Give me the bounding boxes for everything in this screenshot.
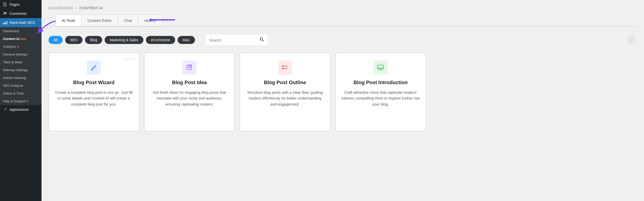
card-blog-post-wizard[interactable]: ○-○-○ Blog Post Wizard Create a complete… (49, 53, 139, 131)
svg-rect-3 (4, 22, 5, 24)
card-blog-post-introduction[interactable]: Blog Post Introduction Craft attractive … (335, 53, 426, 131)
sidebar-sub-analytics[interactable]: Analytics (0, 43, 42, 51)
tab-chat[interactable]: Chat (118, 15, 138, 26)
search-box[interactable] (205, 34, 268, 46)
sidebar-sub-sitemap[interactable]: Sitemap Settings (0, 66, 42, 74)
category-chips: All SEO Blog Marketing & Sales eCommerce… (49, 36, 195, 44)
card-title: Blog Post Introduction (341, 80, 420, 85)
card-blog-post-outline[interactable]: Blog Post Outline Structure blog posts w… (240, 53, 330, 131)
pencil-icon (87, 61, 101, 75)
sidebar-sub-content-ai[interactable]: Content AINew! (0, 35, 42, 43)
comment-icon (3, 11, 8, 16)
sidebar-sub-help-support[interactable]: Help & Support⧉ (0, 97, 42, 105)
sidebar-sub-titles-meta[interactable]: Titles & Meta (0, 58, 42, 66)
card-desc: Structure blog posts with a clear flow, … (246, 89, 325, 107)
filters-row: All SEO Blog Marketing & Sales eCommerce… (42, 27, 644, 51)
sidebar-submenu: Dashboard Content AINew! Analytics Gener… (0, 27, 42, 105)
tab-content-editor[interactable]: Content Editor (82, 15, 118, 26)
chip-marketing[interactable]: Marketing & Sales (105, 36, 143, 44)
sidebar-sub-dashboard[interactable]: Dashboard (0, 27, 42, 35)
brush-icon (3, 107, 8, 112)
sidebar-item-rank-math[interactable]: Rank Math SEO (0, 18, 42, 27)
sidebar-item-label: Rank Math SEO (10, 21, 35, 25)
chart-icon (3, 20, 8, 25)
sidebar-item-label: Appearance (10, 108, 29, 112)
sidebar-sub-general-settings[interactable]: General Settings (0, 51, 42, 58)
sidebar-sub-seo-analyzer[interactable]: SEO Analyzer (0, 82, 42, 89)
card-title: Blog Post Outline (246, 80, 325, 85)
search-input[interactable] (209, 38, 248, 42)
new-badge: New! (20, 38, 26, 40)
chip-misc[interactable]: Misc (178, 36, 195, 44)
sidebar-item-pages[interactable]: Pages (0, 0, 42, 9)
monitor-icon (374, 61, 388, 75)
keyboard-hint: / (629, 37, 634, 43)
page-icon (3, 2, 8, 7)
svg-line-8 (262, 40, 264, 41)
tab-bar: AI Tools Content Editor Chat History (56, 15, 162, 26)
sidebar-item-comments[interactable]: Comments (0, 9, 42, 18)
svg-point-7 (260, 38, 263, 40)
annotation-arrow-icon (150, 19, 175, 21)
chip-blog[interactable]: Blog (85, 36, 102, 44)
svg-rect-4 (5, 22, 6, 24)
card-desc: Craft attractive intros that captivate r… (341, 89, 420, 107)
sidebar-item-appearance[interactable]: Appearance (0, 105, 42, 114)
chip-all[interactable]: All (49, 36, 63, 44)
tool-cards: ○-○-○ Blog Post Wizard Create a complete… (42, 51, 644, 133)
svg-rect-10 (283, 66, 284, 67)
tab-ai-tools[interactable]: AI Tools (56, 15, 82, 26)
breadcrumb-current: CONTENT AI (79, 6, 103, 10)
svg-rect-12 (283, 68, 284, 69)
svg-rect-5 (7, 21, 7, 24)
breadcrumb: DASHBOARD / CONTENT AI (42, 0, 644, 15)
main-content: DASHBOARD / CONTENT AI AI Tools Content … (42, 0, 644, 201)
card-title: Blog Post Idea (150, 80, 229, 85)
card-title: Blog Post Wizard (54, 80, 133, 85)
sidebar-item-label: Comments (10, 12, 27, 16)
svg-rect-14 (378, 65, 384, 69)
list-icon (278, 61, 292, 75)
search-icon (260, 37, 264, 43)
sidebar-sub-status-tools[interactable]: Status & Tools (0, 89, 42, 97)
chip-seo[interactable]: SEO (65, 36, 83, 44)
breadcrumb-sep: / (76, 6, 77, 10)
card-desc: Create a complete blog post in one go. J… (54, 89, 133, 107)
sidebar-sub-instant-indexing[interactable]: Instant Indexing (0, 74, 42, 82)
svg-rect-2 (3, 23, 4, 24)
external-link-icon: ⧉ (26, 100, 28, 103)
notification-dot-icon (17, 46, 19, 48)
sidebar-item-label: Pages (10, 3, 20, 7)
card-desc: Get fresh ideas for engaging blog posts … (150, 89, 229, 107)
chip-ecommerce[interactable]: eCommerce (146, 36, 175, 44)
breadcrumb-root[interactable]: DASHBOARD (49, 6, 73, 10)
card-blog-post-idea[interactable]: Blog Post Idea Get fresh ideas for engag… (144, 53, 235, 131)
wizard-steps-icon: ○-○-○ (124, 57, 134, 61)
admin-sidebar: Pages Comments Rank Math SEO Dashboard C… (0, 0, 42, 201)
note-edit-icon (182, 61, 196, 75)
